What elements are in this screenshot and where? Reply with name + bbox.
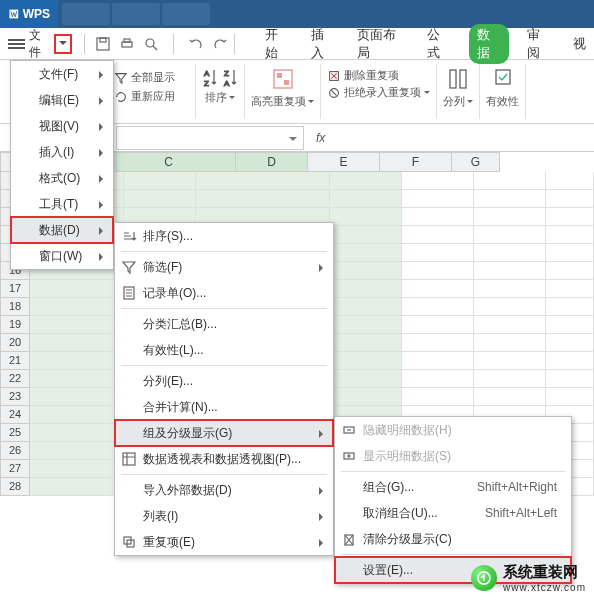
title-tab[interactable]: [112, 3, 160, 25]
cell[interactable]: [330, 316, 402, 334]
cell[interactable]: [474, 298, 546, 316]
menu-item[interactable]: 有效性(L)...: [115, 337, 333, 363]
menu-item[interactable]: 导入外部数据(D): [115, 477, 333, 503]
cell[interactable]: [402, 208, 474, 226]
menu-item[interactable]: 合并计算(N)...: [115, 394, 333, 420]
row-header[interactable]: 24: [0, 406, 30, 424]
column-header[interactable]: F: [380, 152, 452, 172]
menu-item[interactable]: 数据(D): [11, 217, 113, 243]
menu-item[interactable]: 编辑(E): [11, 87, 113, 113]
row-header[interactable]: 26: [0, 442, 30, 460]
menu-item[interactable]: 工具(T): [11, 191, 113, 217]
cell[interactable]: [546, 298, 594, 316]
name-box[interactable]: [116, 126, 304, 150]
highlight-dup-button[interactable]: 高亮重复项: [251, 94, 314, 109]
cell[interactable]: [30, 460, 124, 478]
menu-item[interactable]: 插入(I): [11, 139, 113, 165]
column-header[interactable]: D: [236, 152, 308, 172]
row-header[interactable]: 28: [0, 478, 30, 496]
menu-item[interactable]: 组合(G)...Shift+Alt+Right: [335, 474, 571, 500]
cell[interactable]: [330, 352, 402, 370]
cell[interactable]: [402, 190, 474, 208]
sort-button[interactable]: 排序: [205, 90, 235, 105]
sort-desc-icon[interactable]: ZA: [222, 66, 238, 88]
row-header[interactable]: 21: [0, 352, 30, 370]
cell[interactable]: [124, 172, 196, 190]
cell[interactable]: [330, 172, 402, 190]
cell[interactable]: [546, 370, 594, 388]
cell[interactable]: [330, 244, 402, 262]
cell[interactable]: [30, 280, 124, 298]
cell[interactable]: [546, 388, 594, 406]
menu-item[interactable]: 分类汇总(B)...: [115, 311, 333, 337]
row-header[interactable]: 27: [0, 460, 30, 478]
cell[interactable]: [474, 208, 546, 226]
cell[interactable]: [30, 334, 124, 352]
hamburger-icon[interactable]: [8, 35, 25, 53]
redo-icon[interactable]: [212, 36, 228, 52]
menu-item[interactable]: 排序(S)...: [115, 223, 333, 249]
cell[interactable]: [30, 352, 124, 370]
cell[interactable]: [402, 334, 474, 352]
cell[interactable]: [546, 262, 594, 280]
reapply-button[interactable]: 重新应用: [114, 89, 175, 104]
menu-item[interactable]: 隐藏明细数据(H): [335, 417, 571, 443]
cell[interactable]: [330, 208, 402, 226]
row-header[interactable]: 23: [0, 388, 30, 406]
cell[interactable]: [196, 172, 330, 190]
cell[interactable]: [474, 190, 546, 208]
menu-item[interactable]: 筛选(F): [115, 254, 333, 280]
column-header[interactable]: E: [308, 152, 380, 172]
reject-dup-button[interactable]: 拒绝录入重复项: [327, 85, 430, 100]
cell[interactable]: [402, 244, 474, 262]
cell[interactable]: [546, 280, 594, 298]
cell[interactable]: [402, 280, 474, 298]
tab-插入[interactable]: 插入: [307, 24, 339, 64]
menu-item[interactable]: 记录单(O)...: [115, 280, 333, 306]
menu-item[interactable]: 格式(O): [11, 165, 113, 191]
tab-数据[interactable]: 数据: [469, 24, 509, 64]
column-header[interactable]: C: [102, 152, 236, 172]
cell[interactable]: [30, 478, 124, 496]
sort-asc-icon[interactable]: AZ: [202, 66, 218, 88]
cell[interactable]: [546, 334, 594, 352]
cell[interactable]: [30, 316, 124, 334]
column-header[interactable]: G: [452, 152, 500, 172]
cell[interactable]: [30, 442, 124, 460]
cell[interactable]: [402, 370, 474, 388]
cell[interactable]: [196, 190, 330, 208]
cell[interactable]: [30, 388, 124, 406]
cell[interactable]: [546, 190, 594, 208]
cell[interactable]: [124, 190, 196, 208]
row-header[interactable]: 22: [0, 370, 30, 388]
cell[interactable]: [402, 298, 474, 316]
cell[interactable]: [30, 370, 124, 388]
cell[interactable]: [546, 316, 594, 334]
cell[interactable]: [330, 370, 402, 388]
menu-item[interactable]: 显示明细数据(S): [335, 443, 571, 469]
cell[interactable]: [402, 352, 474, 370]
file-menu-label[interactable]: 文件: [29, 27, 52, 61]
cell[interactable]: [474, 280, 546, 298]
row-header[interactable]: 20: [0, 334, 30, 352]
menu-item[interactable]: 视图(V): [11, 113, 113, 139]
tab-开始[interactable]: 开始: [261, 24, 293, 64]
print-icon[interactable]: [119, 36, 135, 52]
tab-视[interactable]: 视: [569, 33, 590, 55]
title-tab[interactable]: [62, 3, 110, 25]
menu-item[interactable]: 文件(F): [11, 61, 113, 87]
menu-item[interactable]: 分列(E)...: [115, 368, 333, 394]
cell[interactable]: [402, 262, 474, 280]
row-header[interactable]: 17: [0, 280, 30, 298]
show-all-button[interactable]: 全部显示: [114, 70, 175, 85]
cell[interactable]: [402, 226, 474, 244]
cell[interactable]: [330, 262, 402, 280]
cell[interactable]: [330, 388, 402, 406]
menu-item[interactable]: 重复项(E): [115, 529, 333, 555]
split-button[interactable]: 分列: [443, 94, 473, 109]
cell[interactable]: [474, 316, 546, 334]
menu-item[interactable]: 列表(I): [115, 503, 333, 529]
cell[interactable]: [30, 424, 124, 442]
cell[interactable]: [474, 262, 546, 280]
delete-dup-button[interactable]: 删除重复项: [327, 68, 399, 83]
